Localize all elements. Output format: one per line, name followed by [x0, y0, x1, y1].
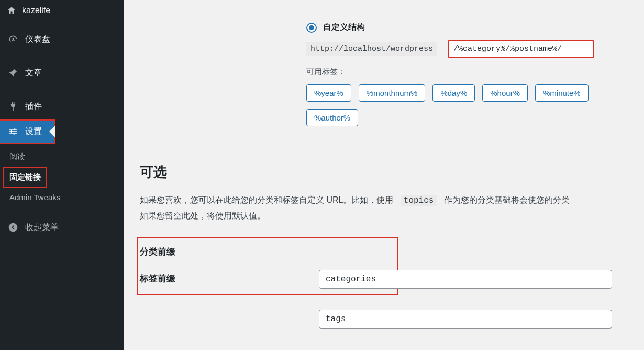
custom-structure-radio[interactable]: 自定义结构 [306, 22, 644, 33]
category-prefix-row: 分类前缀 [140, 238, 397, 265]
plug-icon [7, 101, 19, 112]
custom-structure-input[interactable]: /%category%/%postname%/ [448, 40, 594, 58]
tag-button-year[interactable]: %year% [306, 84, 351, 102]
submenu-item-label: 固定链接 [9, 172, 41, 181]
submenu-item-label: 阅读 [9, 152, 25, 161]
tag-prefix-input[interactable] [319, 310, 612, 329]
sidebar-item-label: 文章 [25, 68, 42, 79]
site-title-bar[interactable]: kazelife [0, 0, 124, 21]
category-prefix-input[interactable] [319, 270, 612, 289]
tag-button-hour[interactable]: %hour% [482, 84, 528, 102]
submenu-item-admin-tweaks[interactable]: Admin Tweaks [0, 189, 124, 206]
tag-button-monthnum[interactable]: %monthnum% [359, 84, 426, 102]
sidebar-item-label: 仪表盘 [25, 34, 50, 45]
chevron-left-circle-icon [7, 222, 19, 233]
available-tags-label: 可用标签： [306, 67, 644, 77]
tag-button-minute[interactable]: %minute% [535, 84, 589, 102]
optional-desc-text-3: 如果您留空此处，将使用默认值。 [140, 211, 265, 220]
optional-desc-text-1: 如果您喜欢，您可以在此给您的分类和标签自定义 URL。比如，使用 [140, 195, 393, 204]
sidebar-item-dashboard[interactable]: 仪表盘 [0, 28, 124, 50]
optional-heading: 可选 [140, 163, 644, 181]
sidebar-item-plugins[interactable]: 插件 [0, 95, 124, 117]
pin-icon [7, 67, 19, 79]
category-prefix-label: 分类前缀 [140, 246, 297, 258]
available-tags-row1: %year% %monthnum% %day% %hour% %minute% [306, 84, 644, 102]
settings-submenu: 阅读 固定链接 Admin Tweaks [0, 146, 124, 211]
tag-button-author[interactable]: %author% [306, 109, 358, 126]
sidebar-item-label: 插件 [25, 101, 42, 112]
collapse-menu-label: 收起菜单 [25, 222, 59, 233]
collapse-menu[interactable]: 收起菜单 [0, 214, 124, 240]
optional-desc-code: topics [401, 195, 437, 206]
sidebar-item-label: 设置 [25, 126, 42, 137]
permalink-custom-structure-row: 自定义结构 http://localhost/wordpress /%categ… [140, 22, 644, 126]
available-tags-row2: %author% [306, 109, 644, 126]
radio-icon [306, 23, 317, 33]
tag-button-day[interactable]: %day% [432, 84, 475, 102]
custom-structure-value: /%category%/%postname%/ [453, 45, 562, 53]
dashboard-icon [7, 34, 19, 45]
submenu-item-reading[interactable]: 阅读 [0, 148, 124, 166]
optional-description: 如果您喜欢，您可以在此给您的分类和标签自定义 URL。比如，使用 topics … [140, 193, 644, 224]
main-content: 自定义结构 http://localhost/wordpress /%categ… [124, 0, 644, 350]
sliders-icon [7, 126, 19, 137]
custom-structure-label: 自定义结构 [323, 22, 365, 33]
sidebar-item-settings[interactable]: 设置 [0, 121, 54, 143]
sidebar-menu: 仪表盘 文章 插件 设置 [0, 21, 124, 240]
submenu-item-permalinks[interactable]: 固定链接 [4, 168, 46, 187]
tag-prefix-label: 标签前缀 [140, 272, 297, 285]
submenu-item-label: Admin Tweaks [9, 193, 60, 202]
custom-structure-url-line: http://localhost/wordpress /%category%/%… [306, 40, 644, 58]
optional-desc-text-2: 作为您的分类基础将会使您的分类 [444, 195, 570, 204]
admin-sidebar: kazelife 仪表盘 文章 插件 [0, 0, 124, 350]
sidebar-item-posts[interactable]: 文章 [0, 62, 124, 84]
home-icon [6, 5, 17, 16]
base-url: http://localhost/wordpress [306, 42, 437, 56]
site-title: kazelife [22, 6, 50, 15]
